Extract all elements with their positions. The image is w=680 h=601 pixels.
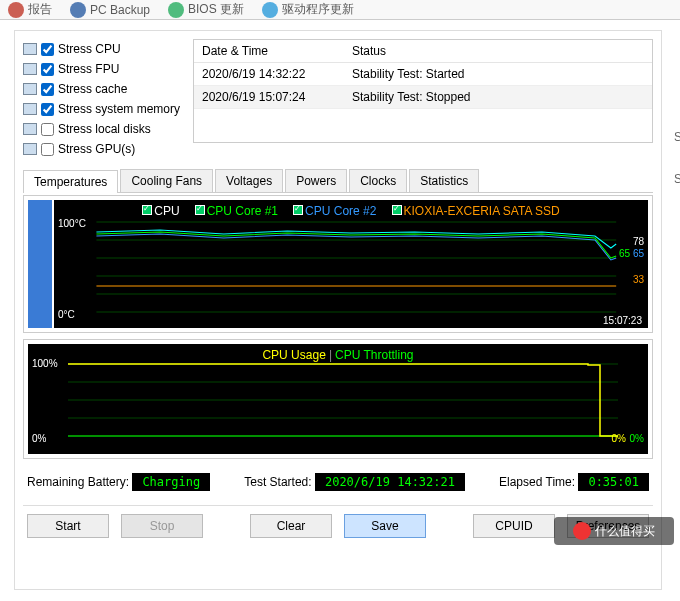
log-row[interactable]: 2020/6/19 14:32:22 Stability Test: Start…: [194, 63, 652, 86]
y-min: 0°C: [58, 309, 75, 320]
legend-cpu-checkbox[interactable]: [142, 205, 152, 215]
log-header-datetime[interactable]: Date & Time: [194, 40, 344, 62]
stress-cpu-label: Stress CPU: [58, 42, 121, 56]
battery-label: Remaining Battery:: [27, 475, 129, 489]
chart-legend: CPU CPU Core #1 CPU Core #2 KIOXIA-EXCER…: [54, 204, 648, 218]
y-min-2: 0%: [32, 433, 46, 444]
legend-core2-checkbox[interactable]: [293, 205, 303, 215]
stress-options: Stress CPU Stress FPU Stress cache Stres…: [23, 39, 183, 159]
sensor-list[interactable]: [28, 200, 52, 328]
tab-clocks[interactable]: Clocks: [349, 169, 407, 192]
legend-ssd-checkbox[interactable]: [392, 205, 402, 215]
stress-cpu-row: Stress CPU: [23, 39, 183, 59]
stress-disk-checkbox[interactable]: [41, 123, 54, 136]
elapsed-label: Elapsed Time:: [499, 475, 575, 489]
toolbar-driver-update[interactable]: 驱动程序更新: [262, 1, 354, 18]
y-max: 100°C: [58, 218, 86, 229]
stress-gpu-checkbox[interactable]: [41, 143, 54, 156]
disk-icon: [23, 123, 37, 135]
memory-icon: [23, 103, 37, 115]
val-usage: 0%: [612, 433, 626, 444]
stress-cache-checkbox[interactable]: [41, 83, 54, 96]
tab-cooling-fans[interactable]: Cooling Fans: [120, 169, 213, 192]
cache-icon: [23, 83, 37, 95]
log-row[interactable]: 2020/6/19 15:07:24 Stability Test: Stopp…: [194, 86, 652, 109]
event-log: Date & Time Status 2020/6/19 14:32:22 St…: [193, 39, 653, 143]
y-max-2: 100%: [32, 358, 58, 369]
temperature-chart-wrap: CPU CPU Core #1 CPU Core #2 KIOXIA-EXCER…: [23, 195, 653, 333]
gpu-icon: [23, 143, 37, 155]
stability-panel: Stress CPU Stress FPU Stress cache Stres…: [14, 30, 662, 590]
usage-chart: CPU Usage | CPU Throttling 100% 0% 0% 0%: [28, 344, 648, 454]
battery-value: Charging: [132, 473, 210, 491]
elapsed-value: 0:35:01: [578, 473, 649, 491]
button-row: Start Stop Clear Save CPUID Preferences: [23, 505, 653, 546]
val-cpu: 78: [633, 236, 644, 247]
val-throttle: 0%: [630, 433, 644, 444]
val-ssd: 33: [633, 274, 644, 285]
usage-chart-wrap: CPU Usage | CPU Throttling 100% 0% 0% 0%: [23, 339, 653, 459]
clear-button[interactable]: Clear: [250, 514, 332, 538]
cpu-icon: [23, 43, 37, 55]
legend-core1-checkbox[interactable]: [195, 205, 205, 215]
started-value: 2020/6/19 14:32:21: [315, 473, 465, 491]
stress-cpu-checkbox[interactable]: [41, 43, 54, 56]
stop-button[interactable]: Stop: [121, 514, 203, 538]
toolbar-report[interactable]: 报告: [8, 1, 52, 18]
start-button[interactable]: Start: [27, 514, 109, 538]
toolbar-bios-update[interactable]: BIOS 更新: [168, 1, 244, 18]
tab-voltages[interactable]: Voltages: [215, 169, 283, 192]
top-toolbar: 报告 PC Backup BIOS 更新 驱动程序更新: [0, 0, 680, 20]
stress-fpu-checkbox[interactable]: [41, 63, 54, 76]
preferences-button[interactable]: Preferences: [567, 514, 649, 538]
cpuid-button[interactable]: CPUID: [473, 514, 555, 538]
stress-memory-checkbox[interactable]: [41, 103, 54, 116]
started-label: Test Started:: [244, 475, 311, 489]
log-header-status[interactable]: Status: [344, 40, 652, 62]
right-sidebar-hint: SS: [674, 130, 680, 186]
val-core1: 65: [619, 248, 630, 259]
chart-time: 15:07:23: [603, 315, 642, 326]
save-button[interactable]: Save: [344, 514, 426, 538]
val-core2: 65: [633, 248, 644, 259]
fpu-icon: [23, 63, 37, 75]
tab-temperatures[interactable]: Temperatures: [23, 170, 118, 193]
toolbar-pc-backup[interactable]: PC Backup: [70, 2, 150, 18]
chart-tabs: Temperatures Cooling Fans Voltages Power…: [23, 169, 653, 193]
usage-legend: CPU Usage | CPU Throttling: [28, 348, 648, 362]
temperature-chart: CPU CPU Core #1 CPU Core #2 KIOXIA-EXCER…: [54, 200, 648, 328]
tab-powers[interactable]: Powers: [285, 169, 347, 192]
status-row: Remaining Battery: Charging Test Started…: [27, 473, 649, 491]
tab-statistics[interactable]: Statistics: [409, 169, 479, 192]
